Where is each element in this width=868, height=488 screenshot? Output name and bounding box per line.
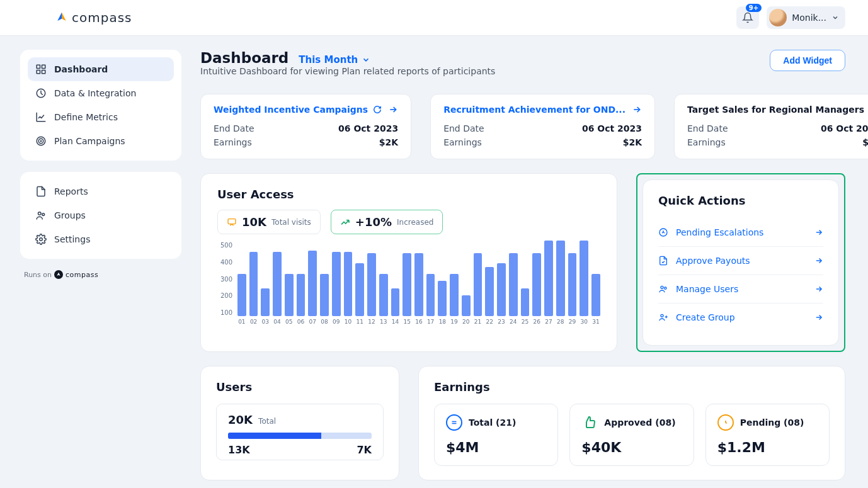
quick-action-approve-payouts[interactable]: Approve Payouts — [658, 247, 823, 275]
x-tick: 18 — [438, 319, 447, 325]
notifications-button[interactable]: 9+ — [736, 6, 759, 29]
chat-icon — [227, 217, 237, 227]
chart-bar — [403, 253, 411, 316]
sidebar-item-groups[interactable]: Groups — [28, 203, 174, 227]
x-tick: 02 — [249, 319, 258, 325]
date-range-selector[interactable]: This Month — [299, 54, 370, 65]
y-tick: 200 — [217, 292, 232, 299]
x-tick: 03 — [261, 319, 270, 325]
users-card: Users 20K Total 13K 7K — [200, 366, 399, 480]
kv-value: 06 Oct 2023 — [338, 123, 398, 133]
svg-point-8 — [38, 212, 42, 215]
chart-bar — [297, 274, 306, 316]
quick-action-label: Manage Users — [676, 284, 738, 294]
escalation-icon — [658, 227, 668, 237]
runs-on-brand: compass — [66, 271, 98, 279]
x-tick: 29 — [568, 319, 577, 325]
create-group-icon — [658, 312, 668, 322]
svg-rect-3 — [37, 71, 40, 74]
nav-group-1: DashboardData & IntegrationDefine Metric… — [20, 50, 181, 161]
trend-up-icon — [340, 217, 350, 227]
topbar: compass 9+ Monik... — [0, 0, 868, 36]
chart-bar — [237, 274, 246, 316]
groups-icon — [35, 210, 47, 221]
chart-bar — [367, 253, 376, 316]
sidebar-item-label: Define Metrics — [54, 112, 118, 122]
earnings-label: Total (21) — [469, 417, 516, 428]
sidebar-item-label: Data & Integration — [54, 88, 136, 98]
x-tick: 14 — [391, 319, 400, 325]
sidebar-item-label: Reports — [54, 186, 88, 196]
earnings-label: Pending (08) — [740, 417, 804, 428]
add-widget-button[interactable]: Add Widget — [770, 50, 845, 71]
x-tick: 16 — [414, 319, 423, 325]
chart-bar — [249, 252, 258, 316]
earnings-label: Approved (08) — [604, 417, 675, 428]
x-tick: 11 — [355, 319, 364, 325]
x-tick: 01 — [237, 319, 246, 325]
x-tick: 26 — [532, 319, 541, 325]
user-access-title: User Access — [217, 188, 600, 201]
quick-action-create-group[interactable]: Create Group — [658, 304, 823, 331]
sidebar-item-settings[interactable]: Settings — [28, 227, 174, 251]
users-icon — [658, 284, 668, 294]
sidebar-item-data-integration[interactable]: Data & Integration — [28, 81, 174, 105]
svg-rect-0 — [37, 65, 40, 68]
users-title: Users — [216, 380, 384, 394]
quick-action-label: Create Group — [676, 312, 735, 322]
chart-bar — [355, 263, 364, 316]
x-tick: 06 — [297, 319, 306, 325]
x-tick: 20 — [462, 319, 471, 325]
brand-logo[interactable]: compass — [55, 10, 132, 25]
x-tick: 12 — [367, 319, 376, 325]
kv-value: $2k — [862, 137, 868, 147]
sidebar-item-define-metrics[interactable]: Define Metrics — [28, 105, 174, 129]
chart-bar — [568, 253, 577, 316]
grid-icon — [35, 64, 47, 75]
campaign-card[interactable]: Recruitment Achievement for OND... End D… — [430, 94, 655, 159]
sidebar-item-reports[interactable]: Reports — [28, 179, 174, 203]
chart-bar — [261, 288, 270, 316]
arrow-right-icon — [814, 285, 823, 293]
data-icon — [35, 88, 47, 99]
quick-actions-card: Quick Actions Pending EscalationsApprove… — [642, 179, 839, 346]
quick-action-manage-users[interactable]: Manage Users — [658, 275, 823, 304]
x-tick: 28 — [556, 319, 565, 325]
user-menu[interactable]: Monik... — [767, 6, 845, 29]
increase-value: +10% — [355, 215, 392, 229]
increase-label: Increased — [397, 218, 433, 227]
x-tick: 19 — [450, 319, 459, 325]
sidebar-item-label: Groups — [54, 210, 86, 220]
x-tick: 21 — [474, 319, 483, 325]
svg-point-14 — [665, 287, 666, 289]
sidebar-item-label: Dashboard — [54, 64, 108, 74]
chart-bar — [379, 274, 388, 316]
sidebar-item-plan-campaigns[interactable]: Plan Campaigns — [28, 129, 174, 153]
kv-key: End Date — [443, 123, 484, 133]
total-visits-value: 10K — [242, 215, 266, 229]
chart-bar — [414, 253, 423, 316]
kv-key: Earnings — [214, 137, 252, 147]
users-left-value: 13K — [228, 444, 250, 456]
reports-icon — [35, 186, 47, 197]
user-access-card: User Access 10K Total visits +10% Increa… — [200, 173, 617, 352]
payout-icon — [658, 256, 668, 266]
campaign-title: Recruitment Achievement for OND... — [443, 105, 625, 115]
quick-action-pending-escalations[interactable]: Pending Escalations — [658, 218, 823, 247]
kv-value: 06 Oct 2023 — [582, 123, 642, 133]
sidebar-item-dashboard[interactable]: Dashboard — [28, 57, 174, 81]
thumbs-up-icon — [582, 415, 597, 430]
earnings-card: Earnings Total (21)$4MApproved (08)$40KP… — [418, 366, 845, 480]
chart-bar — [273, 252, 282, 316]
brand-name: compass — [72, 10, 132, 25]
sidebar-item-label: Settings — [54, 234, 90, 244]
x-tick: 24 — [509, 319, 518, 325]
arrow-right-icon — [814, 313, 823, 322]
chart-bar — [308, 251, 317, 316]
chevron-down-icon — [362, 55, 370, 64]
campaign-card[interactable]: Weighted Incentive Campaigns End Date06 … — [200, 94, 411, 159]
arrow-right-icon — [814, 256, 823, 265]
campaign-card[interactable]: Target Sales for Regional Managers End D… — [674, 94, 868, 159]
earnings-orange: Pending (08)$1.2M — [705, 404, 830, 466]
x-tick: 23 — [497, 319, 506, 325]
